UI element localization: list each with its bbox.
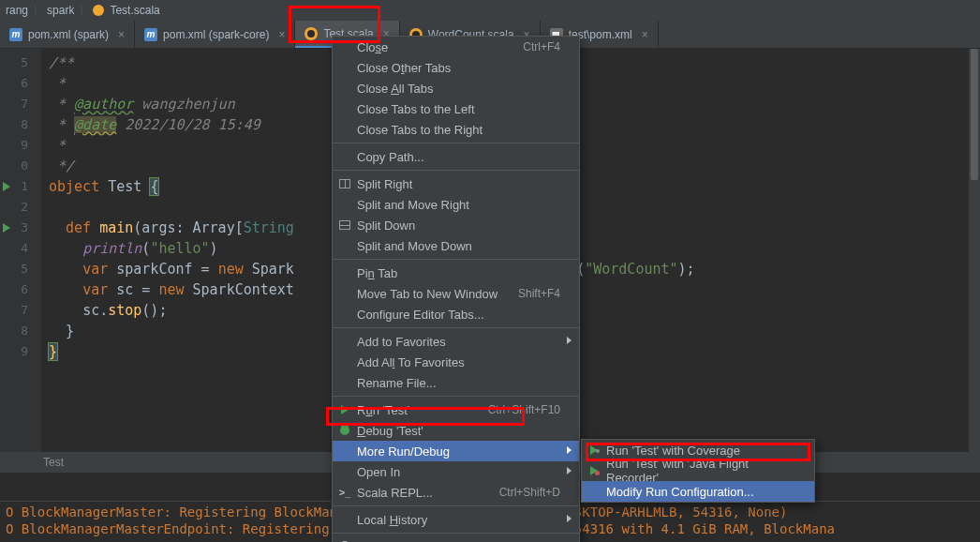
- shortcut-label: Ctrl+F4: [523, 40, 560, 53]
- crumb-3[interactable]: Test.scala: [110, 4, 159, 17]
- code-text: "hello": [150, 240, 209, 257]
- menu-configure-tabs[interactable]: Configure Editor Tabs...: [333, 304, 579, 324]
- code-text: ();: [141, 302, 167, 319]
- run-coverage-icon: [587, 444, 601, 457]
- code-text: );: [678, 261, 695, 278]
- code-text: Array: [193, 219, 235, 236]
- code-text: println: [82, 240, 141, 257]
- line-number: 2: [0, 197, 41, 218]
- code-text: */: [49, 158, 74, 174]
- menu-add-favorites[interactable]: Add to Favorites: [333, 331, 579, 352]
- menu-close-all[interactable]: Close All Tabs: [333, 78, 579, 98]
- chevron-right-icon: [567, 446, 572, 454]
- line-number: 5: [0, 259, 41, 279]
- terminal-icon: >_: [338, 486, 351, 499]
- line-number: 8: [0, 114, 41, 135]
- menu-scala-repl[interactable]: >_Scala REPL...Ctrl+Shift+D: [333, 482, 579, 503]
- tab-pom-spark-core[interactable]: m pom.xml (spark-core) ×: [135, 21, 295, 48]
- menu-split-move-right[interactable]: Split and Move Right: [333, 194, 579, 215]
- menu-label: Split Down: [357, 218, 415, 233]
- menu-add-all-favorites[interactable]: Add All To Favorites: [333, 352, 579, 372]
- chevron-right-icon: 〉: [34, 3, 40, 19]
- menu-move-new-window[interactable]: Move Tab to New WindowShift+F4: [333, 283, 579, 304]
- tab-pom-spark[interactable]: m pom.xml (spark) ×: [0, 21, 135, 48]
- code-text: *: [49, 116, 74, 133]
- crumb-2[interactable]: spark: [47, 4, 74, 17]
- menu-label: Split and Move Down: [357, 239, 472, 253]
- menu-label: Rename File...: [357, 376, 437, 390]
- menu-label: Copy Path...: [357, 150, 424, 164]
- code-text: object: [49, 178, 99, 195]
- menu-more-run-debug[interactable]: More Run/Debug Run 'Test' with Coverage …: [333, 441, 579, 461]
- menu-close[interactable]: CloseCtrl+F4: [333, 37, 579, 57]
- menu-label: Split and Move Right: [357, 198, 469, 212]
- menu-label: Run 'Test' with Coverage: [606, 444, 740, 458]
- close-icon[interactable]: ×: [278, 28, 285, 41]
- menu-open-in[interactable]: Open In: [333, 461, 579, 482]
- menu-label: Add to Favorites: [357, 335, 446, 349]
- menu-separator: [333, 259, 579, 260]
- submenu-run-jfr[interactable]: Run 'Test' with 'Java Flight Recorder': [582, 460, 814, 481]
- scala-object-icon: [304, 27, 318, 40]
- code-text: @author: [74, 96, 133, 113]
- menu-separator: [333, 396, 579, 397]
- menu-debug-test[interactable]: Debug 'Test': [333, 420, 579, 441]
- crumb-1[interactable]: rang: [6, 4, 28, 17]
- scala-class-icon: [93, 5, 104, 16]
- maven-icon: m: [144, 28, 157, 41]
- code-text: *: [49, 137, 66, 154]
- maven-icon: m: [9, 28, 22, 41]
- scrollbar-thumb[interactable]: [971, 49, 978, 180]
- menu-label: Split Right: [357, 177, 412, 191]
- code-text: String: [244, 219, 294, 236]
- more-run-debug-submenu: Run 'Test' with Coverage Run 'Test' with…: [581, 439, 815, 503]
- menu-label: Move Tab to New Window: [357, 287, 497, 301]
- close-icon[interactable]: ×: [642, 28, 648, 41]
- menu-separator: [333, 505, 579, 506]
- menu-split-move-down[interactable]: Split and Move Down: [333, 235, 579, 256]
- menu-separator: [333, 327, 579, 328]
- menu-run-test[interactable]: Run 'Test'Ctrl+Shift+F10: [333, 399, 579, 420]
- code-text: def: [66, 219, 91, 236]
- chevron-right-icon: [567, 467, 572, 474]
- menu-close-right[interactable]: Close Tabs to the Right: [333, 119, 579, 140]
- menu-rename-file[interactable]: Rename File...: [333, 372, 579, 393]
- code-text: ): [210, 240, 218, 257]
- menu-label: Modify Run Configuration...: [606, 485, 754, 499]
- shortcut-label: Shift+F4: [518, 287, 560, 300]
- gutter: 5 6 7 8 9 0 1 2 3 4 5 6 7 8 9: [0, 49, 41, 452]
- submenu-modify-run-config[interactable]: Modify Run Configuration...: [582, 481, 814, 502]
- menu-split-right[interactable]: Split Right: [333, 173, 579, 194]
- structure-breadcrumb-item: Test: [43, 456, 64, 469]
- code-text: *: [49, 96, 74, 113]
- menu-create-gist[interactable]: Create Gist...: [333, 536, 579, 542]
- menu-label: Close Tabs to the Right: [357, 123, 483, 137]
- code-text: stop: [108, 302, 141, 319]
- menu-label: Open In: [357, 465, 400, 479]
- shortcut-label: Ctrl+Shift+F10: [488, 403, 560, 416]
- line-number: 0: [0, 156, 41, 176]
- code-text: "WordCount": [585, 261, 677, 278]
- close-icon[interactable]: ×: [118, 28, 125, 41]
- line-number: 6: [0, 279, 41, 300]
- code-text: @date: [74, 116, 116, 133]
- chevron-right-icon: [567, 337, 572, 344]
- shortcut-label: Ctrl+Shift+D: [499, 486, 560, 499]
- code-text: new: [218, 261, 244, 278]
- menu-pin-tab[interactable]: Pin Tab: [333, 263, 579, 283]
- menu-local-history[interactable]: Local History: [333, 509, 579, 530]
- menu-split-down[interactable]: Split Down: [333, 215, 579, 235]
- menu-separator: [333, 143, 579, 143]
- menu-label: More Run/Debug: [357, 444, 450, 459]
- run-jfr-icon: [587, 464, 601, 477]
- menu-close-left[interactable]: Close Tabs to the Left: [333, 98, 579, 119]
- menu-copy-path[interactable]: Copy Path...: [333, 146, 579, 167]
- code-text: new: [158, 281, 184, 298]
- run-gutter-icon[interactable]: 3: [0, 218, 41, 238]
- menu-label: Configure Editor Tabs...: [357, 308, 484, 322]
- menu-close-other[interactable]: Close Other Tabs: [333, 57, 579, 78]
- run-icon: [338, 403, 351, 416]
- run-gutter-icon[interactable]: 1: [0, 176, 41, 197]
- code-text: main: [99, 219, 133, 236]
- editor-scrollbar[interactable]: [969, 49, 980, 452]
